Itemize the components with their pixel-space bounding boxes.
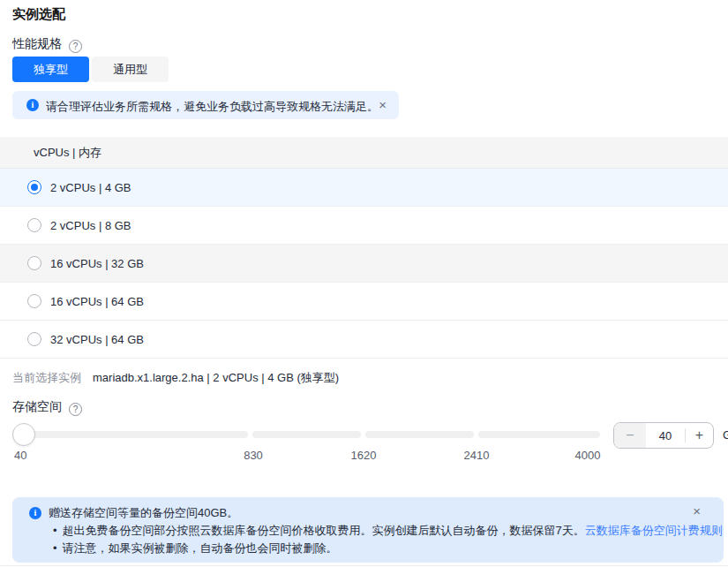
slider-track-segment[interactable] xyxy=(12,431,248,438)
storage-stepper: − + xyxy=(613,422,714,449)
radio-selected-icon[interactable] xyxy=(27,180,41,194)
spec-type-tabs: 独享型 通用型 xyxy=(12,57,169,82)
radio-icon[interactable] xyxy=(27,218,41,232)
radio-icon[interactable] xyxy=(27,332,41,346)
spec-row-label: 16 vCPUs | 64 GB xyxy=(50,295,144,308)
slider-tick-1620: 1620 xyxy=(351,449,377,462)
radio-icon[interactable] xyxy=(27,294,41,308)
tab-dedicated[interactable]: 独享型 xyxy=(12,57,89,82)
storage-label: 存储空间 xyxy=(12,399,62,413)
slider-track-segment[interactable] xyxy=(252,431,361,438)
spec-notice-text: 请合理评估业务所需规格，避免业务负载过高导致规格无法满足。 xyxy=(46,99,379,115)
backup-pricing-rules-link[interactable]: 云数据库备份空间计费规则 xyxy=(585,524,723,537)
performance-spec-section-label: 性能规格? xyxy=(12,36,82,53)
spec-row-label: 16 vCPUs | 32 GB xyxy=(50,257,144,270)
minus-icon[interactable]: − xyxy=(614,423,646,448)
spec-row-16vcpu-32gb[interactable]: 16 vCPUs | 32 GB xyxy=(0,245,728,283)
backup-notice-bullet-1: •超出免费备份空间部分按照云数据库备份空间价格收取费用。实例创建后默认自动备份，… xyxy=(53,523,723,539)
storage-size-input[interactable] xyxy=(646,423,685,448)
spec-row-label: 2 vCPUs | 4 GB xyxy=(50,181,131,194)
backup-bullet1-text: 超出免费备份空间部分按照云数据库备份空间价格收取费用。实例创建后默认自动备份，数… xyxy=(63,524,585,537)
current-instance-value: mariadb.x1.large.2.ha | 2 vCPUs | 4 GB (… xyxy=(93,370,339,386)
current-instance-label: 当前选择实例 xyxy=(12,371,81,384)
spec-row-label: 32 vCPUs | 64 GB xyxy=(50,333,144,346)
info-icon: i xyxy=(29,507,41,519)
performance-spec-label: 性能规格 xyxy=(12,36,62,50)
storage-unit-label: GB xyxy=(723,428,728,442)
slider-track-segment[interactable] xyxy=(365,431,474,438)
help-icon[interactable]: ? xyxy=(69,403,82,416)
spec-table: vCPUs | 内存 2 vCPUs | 4 GB 2 vCPUs | 8 GB… xyxy=(0,137,728,359)
storage-section-label: 存储空间? xyxy=(12,399,82,416)
backup-notice-banner: i 赠送存储空间等量的备份空间40GB。 •超出免费备份空间部分按照云数据库备份… xyxy=(12,497,724,563)
backup-notice-bullet-2: •请注意，如果实例被删除，自动备份也会同时被删除。 xyxy=(53,541,338,556)
slider-tick-830: 830 xyxy=(244,449,263,462)
current-instance-line: 当前选择实例 mariadb.x1.large.2.ha | 2 vCPUs |… xyxy=(12,370,81,386)
backup-bullet2-text: 请注意，如果实例被删除，自动备份也会同时被删除。 xyxy=(63,541,338,555)
spec-row-2vcpu-8gb[interactable]: 2 vCPUs | 8 GB xyxy=(0,207,728,245)
spec-row-label: 2 vCPUs | 8 GB xyxy=(50,219,131,232)
spec-row-32vcpu-64gb[interactable]: 32 vCPUs | 64 GB xyxy=(0,321,728,359)
radio-icon[interactable] xyxy=(27,256,41,270)
spec-notice-banner: i 请合理评估业务所需规格，避免业务负载过高导致规格无法满足。 × xyxy=(12,91,399,119)
close-icon[interactable]: × xyxy=(379,99,387,111)
storage-slider xyxy=(12,422,600,447)
slider-handle[interactable] xyxy=(12,423,35,446)
spec-table-header: vCPUs | 内存 xyxy=(0,137,728,169)
plus-icon[interactable]: + xyxy=(686,423,713,448)
bullet-marker: • xyxy=(53,541,57,555)
section-divider xyxy=(0,565,728,566)
tab-general[interactable]: 通用型 xyxy=(92,57,169,82)
backup-notice-line1: 赠送存储空间等量的备份空间40GB。 xyxy=(49,505,238,521)
slider-tick-4000: 4000 xyxy=(575,449,601,462)
info-icon: i xyxy=(26,99,39,111)
instance-config-panel: 实例选配 性能规格? 独享型 通用型 i 请合理评估业务所需规格，避免业务负载过… xyxy=(0,0,728,567)
spec-row-2vcpu-4gb[interactable]: 2 vCPUs | 4 GB xyxy=(0,169,728,207)
page-title: 实例选配 xyxy=(12,6,65,23)
spec-row-16vcpu-64gb[interactable]: 16 vCPUs | 64 GB xyxy=(0,283,728,321)
bullet-marker: • xyxy=(53,524,57,537)
slider-tick-2410: 2410 xyxy=(464,449,490,462)
slider-tick-40: 40 xyxy=(14,449,26,462)
help-icon[interactable]: ? xyxy=(69,40,82,53)
slider-track-segment[interactable] xyxy=(478,431,600,438)
close-icon[interactable]: × xyxy=(693,505,701,518)
